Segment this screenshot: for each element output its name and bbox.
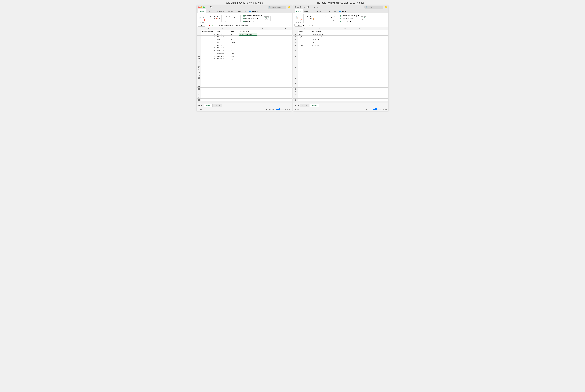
font-btn[interactable]: A ▼ xyxy=(208,15,213,20)
cell-F24[interactable] xyxy=(268,93,280,96)
cell-G13[interactable] xyxy=(377,63,388,66)
cell-C16[interactable] xyxy=(327,71,336,74)
cell-G12[interactable] xyxy=(377,60,388,63)
cell-E4[interactable] xyxy=(257,38,268,41)
cell-C11[interactable]: Roger xyxy=(230,58,239,60)
cell-B2[interactable]: adolescent female xyxy=(311,33,327,36)
cell-G19[interactable] xyxy=(280,80,292,82)
col-header-B[interactable]: B xyxy=(216,27,230,30)
align-center-btn[interactable]: ≡ xyxy=(225,18,227,20)
cell-D14[interactable] xyxy=(336,66,354,68)
cell-E23[interactable] xyxy=(354,90,365,93)
cell-G21[interactable] xyxy=(280,85,292,88)
cell-B23[interactable] xyxy=(216,90,230,93)
cell-E20[interactable] xyxy=(354,82,365,85)
cell-G13[interactable] xyxy=(280,63,292,66)
right-align-top-btn[interactable]: ⬆ xyxy=(320,15,322,18)
left-sheet1-tab[interactable]: Sheet1 xyxy=(204,104,212,107)
fill-btn[interactable]: 🎨 xyxy=(216,18,218,20)
cell-E12[interactable] xyxy=(354,60,365,63)
col-header-E[interactable]: E xyxy=(257,27,268,30)
right-col-header-E[interactable]: E xyxy=(354,27,365,30)
cell-B20[interactable] xyxy=(311,82,327,85)
cell-E17[interactable] xyxy=(257,74,268,77)
cell-F7[interactable] xyxy=(268,46,280,49)
cell-D3[interactable] xyxy=(239,36,257,38)
cell-D11[interactable] xyxy=(336,58,354,60)
insert-function-btn[interactable]: fx xyxy=(214,24,217,26)
cell-B18[interactable] xyxy=(216,77,230,80)
right-fill-btn[interactable]: 🎨 xyxy=(312,18,315,20)
right-search-bar[interactable]: 🔍 xyxy=(364,6,383,8)
cell-C6[interactable]: Pi xyxy=(230,44,239,46)
cell-C3[interactable] xyxy=(327,36,336,38)
cell-A22[interactable] xyxy=(298,88,311,90)
cell-C23[interactable] xyxy=(230,90,239,93)
cell-G23[interactable] xyxy=(280,90,292,93)
cell-E11[interactable] xyxy=(257,58,268,60)
save-icon[interactable]: 💾 xyxy=(210,6,213,8)
cell-D12[interactable] xyxy=(239,60,257,63)
cell-A24[interactable] xyxy=(298,93,311,96)
redo-icon[interactable]: ↪ xyxy=(216,6,219,8)
cell-A25[interactable] xyxy=(201,96,216,98)
cell-E8[interactable] xyxy=(257,49,268,52)
cell-A1[interactable]: Focal xyxy=(298,30,311,33)
cell-D1[interactable] xyxy=(336,30,354,33)
cell-D13[interactable] xyxy=(336,63,354,66)
cell-E10[interactable] xyxy=(354,55,365,58)
cell-A8[interactable] xyxy=(298,49,311,52)
right-cut-btn[interactable]: ✂ xyxy=(300,14,302,16)
minimize-button[interactable] xyxy=(200,6,202,8)
cell-D23[interactable] xyxy=(336,90,354,93)
cell-F7[interactable] xyxy=(366,46,377,49)
cell-D14[interactable] xyxy=(239,66,257,68)
align-bottom-btn[interactable]: ⬇ xyxy=(228,15,230,18)
cell-B13[interactable] xyxy=(216,63,230,66)
cell-F22[interactable] xyxy=(268,88,280,90)
cell-B23[interactable] xyxy=(311,90,327,93)
cell-G22[interactable] xyxy=(280,88,292,90)
right-redo-icon[interactable]: ↪ xyxy=(313,6,316,8)
cell-B26[interactable] xyxy=(311,98,327,101)
cell-B6[interactable]: 2016-12-14 xyxy=(216,44,230,46)
cell-G20[interactable] xyxy=(377,82,388,85)
cell-C13[interactable] xyxy=(230,63,239,66)
cell-D11[interactable] xyxy=(239,58,257,60)
next-sheet-btn[interactable]: ▶ xyxy=(200,104,203,106)
cell-E19[interactable] xyxy=(257,80,268,82)
right-border-btn[interactable]: ⊞ xyxy=(310,18,312,20)
tab-data[interactable]: Data xyxy=(236,10,243,13)
cell-A12[interactable] xyxy=(298,60,311,63)
cell-G10[interactable] xyxy=(280,55,292,58)
cell-E11[interactable] xyxy=(354,58,365,60)
cell-C20[interactable] xyxy=(327,82,336,85)
right-copy-btn[interactable]: ⧉ xyxy=(300,16,302,19)
normal-view-btn[interactable]: ⊞ xyxy=(265,108,268,110)
cell-E26[interactable] xyxy=(257,98,268,101)
cell-F16[interactable] xyxy=(268,71,280,74)
cell-F9[interactable] xyxy=(366,52,377,55)
right-grid-container[interactable]: A B C D E F G 1FocalAgeSexClass2Luaqadol… xyxy=(293,27,388,101)
cell-E24[interactable] xyxy=(354,93,365,96)
tab-more[interactable]: >> xyxy=(243,10,248,13)
cell-G8[interactable] xyxy=(280,49,292,52)
left-cell-ref[interactable] xyxy=(198,24,205,26)
right-tab-formulas[interactable]: Formulas xyxy=(322,10,333,13)
cell-A1[interactable]: Follow Number xyxy=(201,30,216,33)
cell-A23[interactable] xyxy=(201,90,216,93)
cell-A4[interactable]: Pi xyxy=(298,38,311,41)
cell-F26[interactable] xyxy=(366,98,377,101)
right-cell-styles-btn[interactable]: ▦ Cell Styles ▼ xyxy=(340,20,360,22)
zoom-in-btn[interactable]: + xyxy=(285,108,286,110)
cell-D9[interactable] xyxy=(336,52,354,55)
cell-G11[interactable] xyxy=(280,58,292,60)
cell-G9[interactable] xyxy=(280,52,292,55)
cell-B19[interactable] xyxy=(311,80,327,82)
cell-E3[interactable] xyxy=(354,36,365,38)
right-tab-insert[interactable]: Insert xyxy=(302,10,310,13)
cell-B17[interactable] xyxy=(311,74,327,77)
cell-A7[interactable]: 15 xyxy=(201,46,216,49)
right-increase-decimal-btn[interactable]: ▲ xyxy=(334,15,336,18)
cell-C2[interactable] xyxy=(327,33,336,36)
